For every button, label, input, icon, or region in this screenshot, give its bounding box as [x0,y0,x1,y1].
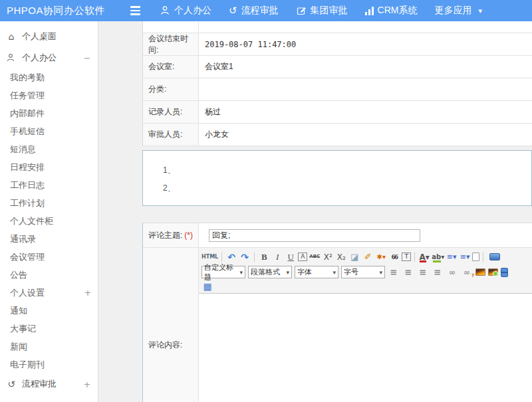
chevron-down-icon: ▾ [239,269,243,276]
sidebar-subitem-label: 大事记 [10,323,36,335]
nav-label: CRM系统 [378,5,418,17]
fullscreen-icon[interactable] [489,253,500,260]
sidebar-subitem[interactable]: 个人设置 + [0,284,98,302]
font-family-select[interactable]: 字体 ▾ [295,266,338,278]
toolbar-separator [221,252,222,262]
select-label: 字体 [297,267,312,277]
sidebar-item-label: 个人桌面 [22,31,57,43]
sidebar-subitem[interactable]: 通知 [0,302,98,320]
unlink-icon[interactable]: ∞ [461,266,473,278]
html-source-button[interactable]: HTML [201,251,218,263]
sidebar-item-personal-desktop[interactable]: ⌂ 个人桌面 [0,26,98,47]
link-icon[interactable]: ∞ [446,266,458,278]
ordered-list-icon[interactable]: ≡▾ [446,251,458,263]
subscript-icon[interactable]: X₂ [335,251,347,263]
nav-crm-system[interactable]: CRM系统 [365,5,418,17]
hamburger-menu-icon[interactable] [130,6,145,15]
sidebar-subitem[interactable]: 任务管理 [0,86,98,104]
strikethrough-icon[interactable]: ABC [309,251,321,263]
align-left-icon[interactable]: ≡ [388,266,400,278]
blockquote-icon[interactable]: 66 [388,251,400,263]
sidebar-subitem-label: 个人设置 [10,287,45,299]
person-icon [160,5,170,16]
editor-content[interactable] [199,294,532,402]
eraser-icon[interactable]: ◪ [348,251,360,263]
sidebar-subitem[interactable]: 新闻 [0,338,98,355]
nav-more-apps[interactable]: 更多应用 ▾ [434,5,482,17]
font-size-select[interactable]: 字号 ▾ [341,266,385,278]
media-icon[interactable] [501,268,508,277]
image-icon[interactable] [475,268,485,276]
sidebar-subitem[interactable]: 手机短信 [0,122,98,140]
chevron-down-icon: ▾ [379,269,382,276]
rich-text-editor: HTML ↶ ↷ B I [199,248,532,402]
redo-icon[interactable]: ↷ [239,251,251,263]
sidebar-item-workflow-approval[interactable]: ↺ 流程审批 + [0,373,98,395]
sidebar-subitem[interactable]: 会议管理 [0,248,98,266]
sidebar-subitem[interactable]: 大事记 [0,320,98,338]
sidebar-subitem-label: 任务管理 [10,90,45,102]
paragraph-format-select[interactable]: 段落格式 ▾ [248,266,292,278]
comment-subject-input[interactable] [209,229,420,242]
sidebar-subitem[interactable]: 电子期刊 [0,355,98,373]
field-value: 会议室1 [199,56,532,78]
sidebar-subitem-label: 短消息 [10,144,36,155]
comment-content-row: 评论内容: HTML ↶ ↷ [143,248,532,402]
sidebar-subitem-label: 电子期刊 [10,359,45,371]
sidebar-subitem-label: 通讯录 [10,233,36,245]
sidebar-subitem[interactable]: 工作计划 [0,194,98,212]
content-line: 2、 [163,179,531,197]
autoformat-icon[interactable]: ✱▾ [375,251,387,263]
sidebar-subitem-label: 工作日志 [10,179,45,191]
field-label [143,21,199,33]
expand-icon[interactable]: + [83,379,91,389]
select-label: 段落格式 [251,267,280,277]
sidebar-subitem[interactable]: 公告 [0,266,98,284]
bold-icon[interactable]: B [258,251,270,263]
font-color-icon[interactable]: A▾ [418,251,430,263]
align-center-icon[interactable]: ≡ [402,266,414,278]
field-value [199,21,532,33]
sidebar-subitem[interactable]: 日程安排 [0,158,98,176]
nav-label: 更多应用 [434,5,471,17]
toolbar-separator [254,252,255,262]
collapse-icon[interactable]: − [83,53,91,63]
upload-image-icon[interactable] [488,268,498,276]
sidebar-subitem-label: 新闻 [10,341,27,353]
top-bar: PHPOA协同办公软件 个人办公 ↺ 流程审批 集团审批 CRM系统 更多应用 … [0,0,532,21]
content-area: 会议结束时间: 2019-08-07 11:47:00 会议室: 会议室1 分类… [99,21,532,402]
table-row: 记录人员: 杨过 [143,101,532,124]
expand-icon[interactable]: + [84,288,92,298]
sidebar-subitem[interactable]: 我的考勤 [0,68,98,86]
sidebar-subitem[interactable]: 工作日志 [0,176,98,194]
table-icon[interactable]: ▦ [201,280,213,292]
sidebar-subitem[interactable]: 短消息 [0,140,98,158]
paste-text-icon[interactable]: T [402,252,411,261]
table-row: 会议结束时间: 2019-08-07 11:47:00 [143,33,532,56]
select-label: 字号 [344,267,358,277]
align-right-icon[interactable]: ≡ [417,266,429,278]
highlight-color-icon[interactable]: ab▾ [432,251,444,263]
nav-personal-office[interactable]: 个人办公 [160,5,211,17]
nav-workflow-approval[interactable]: ↺ 流程审批 [229,5,279,17]
boxed-a-icon[interactable]: A [298,252,307,261]
format-brush-icon[interactable]: ✐ [362,251,374,263]
field-label: 分类: [143,78,199,100]
heading-style-select[interactable]: 自定义标题 ▾ [201,266,245,278]
nav-group-approval[interactable]: 集团审批 [296,5,348,17]
underline-icon[interactable]: U [285,251,297,263]
sidebar-subitem[interactable]: 内部邮件 [0,104,98,122]
superscript-icon[interactable]: X² [322,251,334,263]
sidebar-item-personal-office[interactable]: 个人办公 − [0,47,98,68]
field-label: 审批人员: [143,124,199,146]
sidebar-subitem[interactable]: 个人文件柜 [0,212,98,230]
person-icon [6,53,17,62]
sidebar-subitem-label: 工作计划 [10,197,45,209]
table-row: 分类: [143,78,532,101]
new-document-icon[interactable] [472,252,479,261]
italic-icon[interactable]: I [271,251,283,263]
unordered-list-icon[interactable]: ≡▾ [459,251,471,263]
align-justify-icon[interactable]: ≡ [432,266,444,278]
sidebar-subitem[interactable]: 通讯录 [0,230,98,248]
undo-icon[interactable]: ↶ [225,251,237,263]
